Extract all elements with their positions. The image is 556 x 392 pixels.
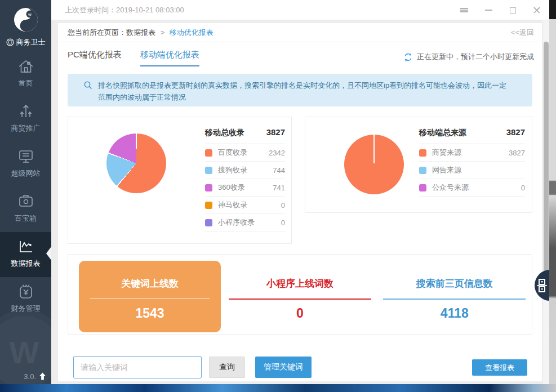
pie-card-mobile-source: 移动端总来源 3827 商贸来源3827网告来源公众号来源0: [305, 117, 532, 213]
legend-swatch-icon: [205, 184, 212, 191]
desktop-wallpaper: [0, 384, 556, 392]
legend-row: 360收录741: [205, 179, 285, 197]
pie-chart[interactable]: [344, 135, 404, 194]
refresh-icon: [403, 52, 413, 62]
legend-total: 3827: [266, 127, 285, 137]
close-icon[interactable]: [532, 6, 541, 15]
breadcrumb: 您当前所在页面：数据报表 > 移动优化报表 <<返回: [58, 23, 542, 42]
legend-swatch-icon: [419, 184, 426, 191]
legend-total: 3827: [506, 127, 525, 137]
tab-mobile-report[interactable]: 移动端优化报表: [140, 50, 199, 66]
stat-divider: [90, 299, 210, 299]
legend-row: 小程序收录0: [205, 214, 285, 231]
stat-keywords-online[interactable]: 关键词上线数 1543: [79, 261, 221, 332]
brand-logo: w 商务卫士: [0, 0, 51, 52]
menu-icon[interactable]: [460, 6, 469, 15]
sidebar-item-promotion[interactable]: 商贸推广: [0, 97, 51, 142]
sidebar-item-toolbox[interactable]: 百宝箱: [0, 187, 51, 232]
stat-divider: [383, 299, 526, 300]
legend-row: 百度收录2342: [205, 144, 285, 162]
app-logo-icon: w: [13, 7, 39, 33]
legend-label: 网告来源: [432, 165, 525, 175]
app-window: w 商务卫士 首页 商贸推广: [0, 0, 549, 384]
stat-value: 0: [223, 306, 377, 321]
legend-title: 移动总收录: [205, 128, 244, 138]
report-tabs: PC端优化报表 移动端优化报表: [68, 50, 199, 66]
breadcrumb-separator: >: [161, 28, 165, 37]
keyword-input[interactable]: [73, 356, 202, 378]
legend-value: 0: [521, 184, 525, 192]
stat-value: 4118: [377, 306, 532, 321]
main-panel: 您当前所在页面：数据报表 > 移动优化报表 <<返回 PC端优化报表 移动端优化…: [58, 23, 542, 381]
stat-label: 搜索前三页信息数: [377, 277, 532, 290]
legend-value: 744: [273, 166, 285, 175]
finance-yen-icon: [17, 284, 34, 300]
legend-swatch-icon: [205, 149, 212, 157]
legend-swatch-icon: [205, 219, 212, 226]
sidebar-item-website[interactable]: 超级网站: [0, 142, 51, 187]
back-link[interactable]: <<返回: [511, 23, 534, 42]
pie-chart[interactable]: [106, 133, 166, 193]
stat-miniapp-words[interactable]: 小程序上线词数 0: [223, 255, 377, 334]
legend-swatch-icon: [205, 202, 212, 209]
shield-badge-icon: [6, 38, 14, 46]
update-status: 正在更新中，预计二个小时更新完成: [403, 52, 534, 62]
stat-divider: [229, 299, 371, 300]
legend-label: 搜狗收录: [218, 165, 273, 175]
stat-label: 小程序上线词数: [223, 277, 377, 290]
legend-label: 小程序收录: [218, 217, 281, 228]
active-item-notch: [46, 247, 51, 260]
last-login-time: 上次登录时间：2019-10-21 08:03:00: [65, 0, 184, 20]
legend-label: 神马收录: [218, 200, 281, 210]
legend-row: 搜狗收录744: [205, 162, 285, 179]
sidebar-item-label: 数据报表: [0, 259, 51, 269]
legend-value: 2342: [269, 149, 285, 157]
legend-label: 360收录: [218, 182, 273, 193]
legend-row: 神马收录0: [205, 197, 285, 214]
legend-swatch-icon: [205, 167, 212, 174]
legend-title: 移动端总来源: [419, 128, 466, 138]
legend-label: 商贸来源: [432, 148, 509, 158]
legend-value: 0: [281, 219, 285, 227]
stat-top3-pages-info[interactable]: 搜索前三页信息数 4118: [377, 255, 532, 334]
stats-card: 关键词上线数 1543 小程序上线词数 0 搜索前三页信息数 4118: [68, 254, 532, 335]
sidebar-item-home[interactable]: 首页: [0, 52, 51, 97]
desktop-edge: [549, 0, 556, 384]
stat-value: 1543: [79, 306, 221, 321]
stat-label: 关键词上线数: [79, 277, 221, 290]
pie-legend: 移动总收录 3827 百度收录2342搜狗收录744360收录741神马收录0小…: [205, 127, 285, 231]
sidebar: w 商务卫士 首页 商贸推广: [0, 0, 51, 384]
pie-start-line: [373, 135, 375, 163]
titlebar: 上次登录时间：2019-10-21 08:03:00: [51, 0, 549, 20]
brand-name: 商务卫士: [16, 37, 46, 47]
search-icon: [83, 81, 93, 90]
sidebar-item-label: 首页: [0, 78, 51, 88]
notice-banner: 排名快照抓取的是报表更新时刻的真实数据，搜索引擎的排名是实时变化的，且不同地区i…: [68, 74, 532, 106]
sidebar-item-reports[interactable]: 数据报表: [0, 232, 51, 277]
svg-text:w: w: [28, 12, 32, 17]
legend-label: 公众号来源: [432, 182, 521, 193]
query-button[interactable]: 查询: [209, 357, 245, 378]
breadcrumb-current-link[interactable]: 移动优化报表: [170, 28, 213, 37]
home-icon: [17, 59, 34, 74]
minimize-icon[interactable]: [484, 6, 493, 15]
sidebar-item-label: 百宝箱: [0, 213, 51, 224]
toolbox-icon: [17, 194, 34, 210]
legend-swatch-icon: [419, 167, 426, 174]
update-arrow-icon[interactable]: [38, 372, 47, 381]
legend-row: 网告来源: [419, 162, 525, 179]
breadcrumb-prefix: 您当前所在页面：: [68, 28, 126, 37]
scrollbar-thumb[interactable]: [544, 42, 549, 295]
breadcrumb-section: 数据报表: [126, 28, 155, 37]
legend-value: 0: [281, 201, 285, 210]
pie-card-mobile-index: 移动总收录 3827 百度收录2342搜狗收录744360收录741神马收录0小…: [68, 117, 292, 244]
chart-line-icon: [17, 239, 34, 255]
monitor-icon: [17, 149, 34, 164]
view-report-button[interactable]: 查看报表: [472, 359, 527, 376]
maximize-icon[interactable]: [508, 6, 517, 15]
sidebar-item-label: 商贸推广: [0, 123, 51, 133]
legend-swatch-icon: [419, 149, 426, 157]
legend-row: 公众号来源0: [419, 179, 525, 197]
tab-pc-report[interactable]: PC端优化报表: [68, 50, 122, 66]
manage-keywords-button[interactable]: 管理关键词: [255, 357, 312, 378]
